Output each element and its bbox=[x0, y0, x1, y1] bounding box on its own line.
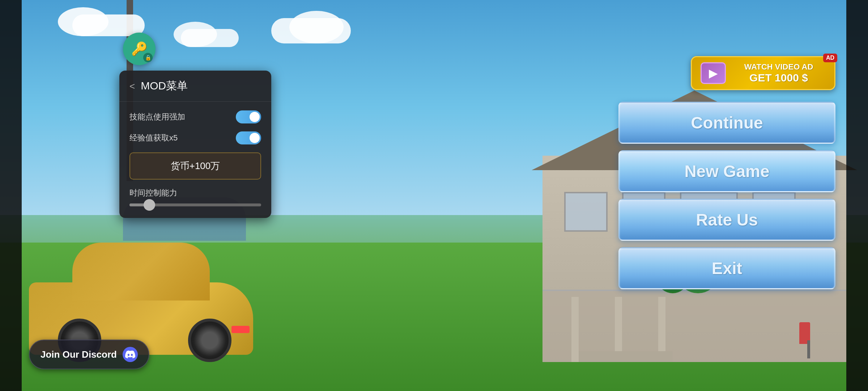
cloud-2b bbox=[174, 22, 217, 47]
mod-menu-back-button[interactable]: < bbox=[129, 81, 135, 91]
time-label: 时间控制能力 bbox=[129, 188, 261, 198]
ad-banner[interactable]: AD ▶ WATCH VIDEO AD GET 1000 $ bbox=[691, 56, 835, 90]
currency-button[interactable]: 货币+100万 bbox=[129, 152, 261, 180]
house-window-1 bbox=[564, 192, 608, 232]
porch-column-1 bbox=[571, 297, 579, 362]
skill-label: 技能点使用强加 bbox=[129, 112, 185, 122]
cloud-3b bbox=[289, 11, 344, 43]
exit-button[interactable]: Exit bbox=[618, 247, 835, 289]
exp-row: 经验值获取x5 bbox=[129, 131, 261, 144]
porch-step bbox=[579, 351, 673, 362]
time-slider-thumb[interactable] bbox=[144, 199, 155, 211]
mod-menu-title: MOD菜单 bbox=[141, 79, 188, 93]
ad-tv-icon: ▶ bbox=[701, 62, 726, 84]
play-icon: ▶ bbox=[709, 66, 718, 80]
mod-key-icon[interactable]: 🔑 🔒 bbox=[123, 33, 156, 65]
skill-toggle[interactable] bbox=[236, 110, 261, 123]
exp-label: 经验值获取x5 bbox=[129, 133, 178, 143]
car-top bbox=[72, 243, 210, 300]
skill-toggle-knob bbox=[250, 112, 260, 122]
cloud-1b bbox=[58, 7, 109, 36]
rate-us-button[interactable]: Rate Us bbox=[618, 199, 835, 241]
left-border-panel bbox=[0, 0, 22, 391]
ad-bottom-text: GET 1000 $ bbox=[732, 72, 826, 84]
mailbox-post bbox=[807, 340, 810, 358]
discord-label: Join Our Discord bbox=[41, 349, 117, 360]
exp-toggle-knob bbox=[250, 133, 260, 143]
continue-button[interactable]: Continue bbox=[618, 102, 835, 144]
ad-top-text: WATCH VIDEO AD bbox=[732, 62, 826, 72]
mod-menu-body: 技能点使用强加 经验值获取x5 货币+100万 时间控制能力 bbox=[119, 102, 271, 218]
car-area bbox=[22, 217, 268, 355]
discord-button[interactable]: Join Our Discord bbox=[29, 340, 149, 369]
car-taillight bbox=[231, 326, 250, 333]
ad-badge-label: AD bbox=[823, 54, 837, 62]
main-menu: Continue New Game Rate Us Exit bbox=[618, 102, 835, 289]
time-slider-track[interactable] bbox=[129, 203, 261, 206]
porch bbox=[542, 290, 846, 362]
mod-menu-panel: < MOD菜单 技能点使用强加 经验值获取x5 货币+100万 时间控制能力 bbox=[119, 71, 271, 218]
right-border-panel bbox=[846, 0, 868, 391]
new-game-button[interactable]: New Game bbox=[618, 150, 835, 192]
car-wheel-right bbox=[188, 319, 231, 362]
exp-toggle[interactable] bbox=[236, 131, 261, 144]
discord-logo-icon bbox=[123, 347, 138, 362]
time-slider-section: 时间控制能力 bbox=[129, 188, 261, 206]
skill-row: 技能点使用强加 bbox=[129, 110, 261, 123]
ad-text-area: WATCH VIDEO AD GET 1000 $ bbox=[732, 62, 826, 84]
mod-menu-header: < MOD菜单 bbox=[119, 71, 271, 102]
mod-lock-icon: 🔒 bbox=[143, 53, 153, 62]
